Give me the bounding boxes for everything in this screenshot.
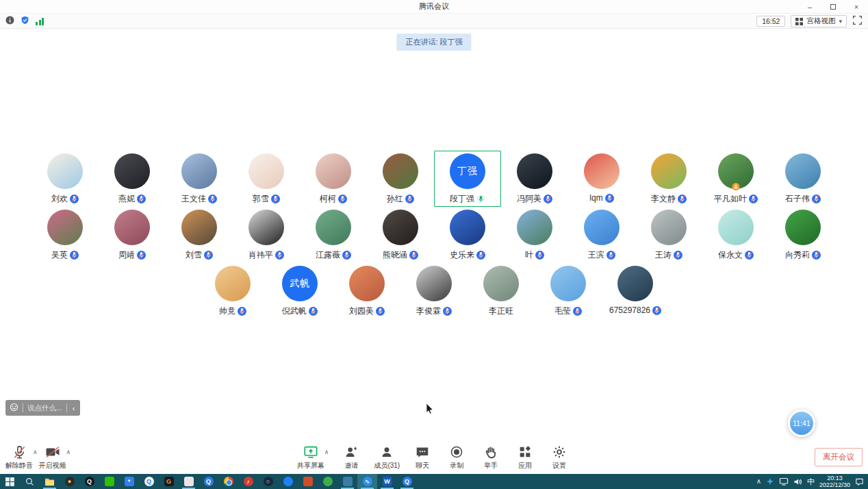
mic-muted-icon	[674, 251, 682, 260]
maximize-button[interactable]	[821, 0, 845, 14]
window-title: 腾讯会议	[419, 1, 449, 12]
toolbar-gear-button[interactable]: 设置	[548, 444, 571, 471]
app-netease-music[interactable]: ♪	[238, 474, 258, 489]
ime-indicator[interactable]: 中	[807, 477, 815, 487]
toolbar-label: 录制	[450, 461, 463, 471]
taskbar-clock[interactable]: 20:13 2022/12/30	[819, 475, 850, 488]
app-handshake[interactable]	[337, 474, 357, 489]
participant-tile[interactable]: 周靖	[99, 207, 166, 263]
participant-tile[interactable]: 向秀莉	[769, 207, 837, 263]
toolbar-label: 应用	[518, 461, 532, 471]
app-anime[interactable]	[179, 474, 199, 489]
app-docs[interactable]: *	[119, 474, 139, 489]
toolbar-share-button[interactable]: 共享屏幕	[297, 444, 324, 471]
network-icon[interactable]	[779, 477, 789, 486]
app-xunlei[interactable]	[278, 474, 298, 489]
participant-tile[interactable]: 叶	[501, 207, 568, 263]
volume-icon[interactable]	[793, 477, 802, 486]
emoji-icon[interactable]	[10, 402, 18, 414]
participant-tile[interactable]: 李俊霖	[400, 263, 468, 319]
minimize-button[interactable]: –	[798, 0, 821, 14]
app-steam[interactable]: ○	[258, 474, 278, 489]
participant-tile[interactable]: 帅竟	[199, 263, 266, 319]
participant-tile[interactable]: 孙红	[367, 151, 434, 207]
avatar-initials: 武帆	[290, 277, 310, 290]
mic-active-icon	[476, 195, 485, 203]
tool-group: 成员(31)	[374, 444, 400, 471]
app-green[interactable]	[318, 474, 337, 489]
participant-tile[interactable]: 燕妮	[99, 151, 166, 207]
participant-name-row: 周靖	[118, 249, 146, 261]
participant-tile[interactable]: 王涛	[635, 207, 702, 263]
tencent-meeting[interactable]: ∿	[357, 474, 377, 489]
toolbar-chat-button[interactable]: 聊天	[411, 444, 434, 471]
app-wangwang[interactable]: ●	[60, 474, 79, 489]
mic-muted-icon	[376, 307, 385, 316]
chevron-up-icon[interactable]: ∧	[324, 449, 329, 455]
participant-avatar	[718, 210, 754, 245]
mic-muted-icon	[745, 251, 754, 260]
participant-tile[interactable]: 毛莹	[535, 263, 602, 319]
security-shield-icon[interactable]	[21, 15, 29, 27]
participant-tile[interactable]: 李文静	[635, 151, 702, 207]
mic-muted-icon	[652, 306, 661, 315]
toolbar-apps-button[interactable]: 应用	[513, 444, 537, 471]
fullscreen-button[interactable]	[852, 15, 863, 28]
participant-tile[interactable]: 肖祎平	[233, 207, 300, 263]
chat-input[interactable]: 说点什么...	[27, 403, 62, 413]
topbar-status-icons	[5, 15, 44, 27]
collapse-chat-button[interactable]: ‹	[71, 404, 77, 412]
participant-tile[interactable]: 刘雪	[166, 207, 233, 263]
close-button[interactable]: ×	[845, 0, 868, 14]
file-explorer[interactable]	[40, 474, 60, 489]
leave-meeting-button[interactable]: 离开会议	[815, 448, 863, 466]
participant-tile[interactable]: 武帆倪武帆	[266, 263, 333, 319]
search-button[interactable]	[20, 474, 40, 489]
self-view-avatar[interactable]: 11:41	[788, 410, 815, 437]
tray-expand-icon[interactable]: ∧	[756, 477, 761, 485]
toolbar-record-button[interactable]: 录制	[445, 444, 468, 471]
participant-tile[interactable]: 史乐来	[434, 207, 501, 263]
toolbar-invite-button[interactable]: 邀请	[340, 444, 363, 471]
mic-muted-icon	[137, 251, 146, 260]
start-button[interactable]	[0, 474, 20, 489]
participant-tile[interactable]: 吴英	[31, 207, 99, 263]
participant-name: 石子伟	[785, 193, 810, 205]
participant-avatar	[584, 153, 620, 189]
participant-tile[interactable]: 王文佳	[166, 151, 233, 207]
meeting-info-icon[interactable]	[5, 15, 14, 27]
toolbar-hand-button[interactable]: 举手	[479, 444, 502, 471]
participant-tile[interactable]: 冯阿美	[501, 151, 568, 207]
app-chrome[interactable]	[218, 474, 238, 489]
toolbar-members-button[interactable]: 成员(31)	[374, 444, 400, 471]
app-qq-browser[interactable]: Q	[199, 474, 218, 489]
participant-avatar	[483, 266, 519, 301]
action-center-icon[interactable]	[855, 477, 864, 486]
participant-tile[interactable]: 675297826	[602, 263, 669, 319]
participant-tile[interactable]: 石子伟	[769, 151, 837, 207]
app-qq-browser-2[interactable]: Q	[397, 474, 417, 489]
network-signal-icon[interactable]	[36, 17, 44, 25]
chat-quick-bar[interactable]: 说点什么... ‹	[5, 400, 80, 416]
participant-tile[interactable]: 江露薇	[300, 207, 367, 263]
participant-tile[interactable]: 李正旺	[468, 263, 535, 319]
view-mode-selector[interactable]: 宫格视图 ▾	[791, 15, 847, 27]
participant-tile[interactable]: 郭雪	[233, 151, 300, 207]
tray-star-icon[interactable]	[766, 477, 774, 486]
app-hand[interactable]	[298, 474, 318, 489]
app-g[interactable]: G	[159, 474, 179, 489]
app-wechat[interactable]	[99, 474, 119, 489]
app-quark[interactable]: Q	[139, 474, 159, 489]
participant-tile[interactable]: 刘园美	[333, 263, 400, 319]
app-word[interactable]: W	[377, 474, 397, 489]
participant-tile-active-speaker[interactable]: 丁强段丁强	[434, 151, 501, 207]
participant-tile[interactable]: lqm	[568, 151, 635, 207]
participant-tile[interactable]: 柯柯	[300, 151, 367, 207]
participant-tile[interactable]: 平凡如叶	[702, 151, 769, 207]
participant-tile[interactable]: 熊晓涵	[367, 207, 434, 263]
participant-tile[interactable]: 保永文	[702, 207, 769, 263]
participant-tile[interactable]: 王滨	[568, 207, 635, 263]
participant-name-row: lqm	[589, 193, 613, 203]
app-qq[interactable]: Q	[79, 474, 99, 489]
participant-tile[interactable]: 刘欢	[31, 151, 99, 207]
